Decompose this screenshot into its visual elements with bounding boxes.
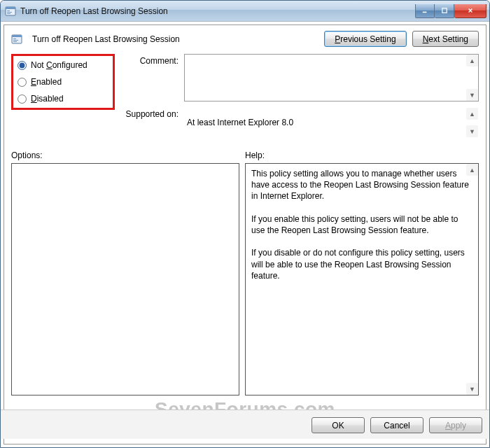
help-text: This policy setting allows you to manage…: [251, 168, 472, 281]
maximize-button[interactable]: [435, 4, 454, 18]
policy-icon: [11, 34, 22, 45]
state-radio-group: Not Configured Enabled Disabled: [11, 54, 115, 110]
options-pane[interactable]: [11, 163, 239, 396]
svg-rect-3: [7, 12, 12, 13]
svg-rect-6: [442, 8, 446, 13]
svg-rect-11: [13, 41, 17, 42]
supported-label: Supported on:: [116, 107, 183, 119]
cancel-button[interactable]: Cancel: [370, 417, 424, 433]
supported-on-field: [184, 107, 479, 138]
svg-rect-5: [423, 12, 427, 13]
svg-rect-1: [6, 7, 15, 9]
comment-label: Comment:: [116, 54, 183, 66]
radio-not-configured-input[interactable]: [18, 61, 27, 70]
radio-not-configured[interactable]: Not Configured: [18, 60, 107, 70]
supported-scrollbar[interactable]: ▲ ▼: [466, 108, 478, 137]
scroll-down-icon[interactable]: ▼: [466, 383, 478, 395]
window-title: Turn off Reopen Last Browsing Session: [20, 6, 415, 16]
svg-rect-10: [13, 40, 18, 41]
policy-title-text: Turn off Reopen Last Browsing Session: [32, 34, 180, 44]
radio-enabled[interactable]: Enabled: [18, 77, 107, 87]
scroll-up-icon[interactable]: ▲: [466, 55, 478, 66]
comment-textarea[interactable]: [184, 54, 479, 102]
footer-buttons: OK Cancel Apply: [1, 410, 489, 439]
radio-disabled-input[interactable]: [18, 94, 27, 104]
svg-rect-2: [7, 10, 10, 11]
ok-button[interactable]: OK: [312, 417, 365, 433]
close-button[interactable]: [454, 4, 486, 18]
help-label: Help:: [245, 150, 265, 160]
help-pane[interactable]: This policy setting allows you to manage…: [245, 163, 479, 396]
svg-rect-4: [7, 13, 10, 14]
scroll-up-icon[interactable]: ▲: [466, 108, 478, 120]
scroll-up-icon[interactable]: ▲: [466, 164, 478, 176]
dialog-body: Turn off Reopen Last Browsing Session Pr…: [4, 24, 486, 444]
previous-setting-button[interactable]: Previous Setting: [324, 31, 406, 47]
help-scrollbar[interactable]: ▲ ▼: [466, 164, 478, 395]
apply-button[interactable]: Apply: [429, 417, 482, 433]
titlebar[interactable]: Turn off Reopen Last Browsing Session: [1, 1, 489, 22]
window-control-buttons: [415, 4, 486, 18]
dialog-window: Turn off Reopen Last Browsing Session Tu…: [0, 0, 490, 448]
comment-scrollbar[interactable]: ▲ ▼: [466, 55, 478, 101]
policy-heading: Turn off Reopen Last Browsing Session: [11, 34, 324, 45]
svg-rect-8: [12, 35, 22, 37]
minimize-button[interactable]: [415, 4, 435, 18]
next-setting-button[interactable]: Next Setting: [412, 31, 479, 47]
svg-rect-9: [13, 38, 16, 39]
scroll-down-icon[interactable]: ▼: [466, 125, 478, 137]
scroll-down-icon[interactable]: ▼: [466, 89, 478, 101]
radio-enabled-input[interactable]: [18, 78, 27, 87]
radio-disabled[interactable]: Disabled: [18, 94, 107, 104]
options-label: Options:: [11, 150, 245, 160]
policy-icon: [5, 6, 16, 17]
